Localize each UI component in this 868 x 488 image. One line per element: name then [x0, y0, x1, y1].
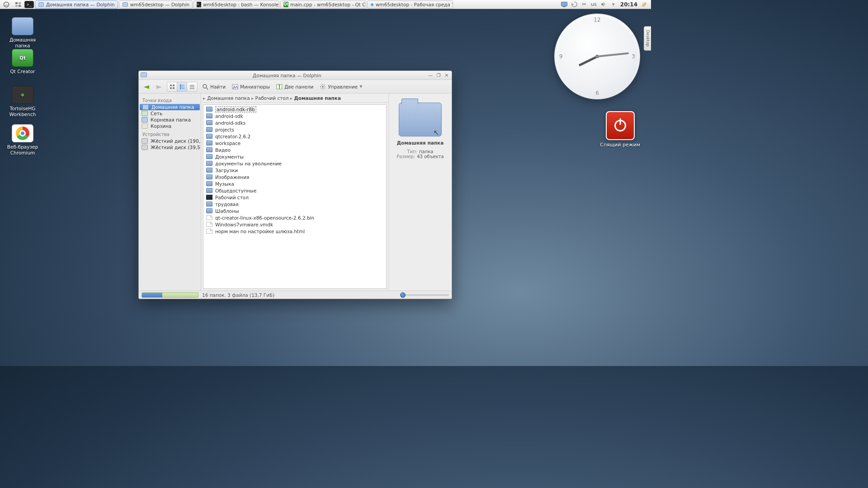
file-icon	[206, 215, 212, 220]
file-row[interactable]: workspace	[204, 140, 385, 146]
disk-icon	[142, 145, 148, 150]
titlebar[interactable]: Домашняя папка — Dolphin — ❐ ✕	[139, 71, 452, 80]
folder-icon	[206, 141, 212, 145]
breadcrumb-segment[interactable]: Домашняя папка	[207, 95, 250, 101]
task-label: main.cpp - wm65desktop - Qt Creator	[290, 2, 366, 7]
places-header: Точки входа	[139, 95, 201, 104]
breadcrumb-segment[interactable]: Домашняя папка	[294, 95, 341, 101]
svg-rect-10	[173, 87, 175, 89]
minimize-button[interactable]: —	[427, 72, 434, 79]
devices-header: Устройства	[139, 129, 201, 138]
file-row[interactable]: android-sdks	[204, 119, 385, 126]
file-row[interactable]: Документы	[204, 153, 385, 160]
suspend-widget[interactable]: Спящий режим	[600, 111, 640, 148]
top-panel: >_ Домашняя папка — Dolphinwm65desktop —…	[0, 0, 651, 9]
konsole-launcher[interactable]: >_	[24, 1, 34, 8]
sidebar-item[interactable]: Жёсткий диск (39,5 ГиБ)	[139, 144, 201, 150]
tray-chevron-icon[interactable]: ▾	[610, 1, 617, 8]
zoom-slider[interactable]	[400, 294, 449, 296]
desktop-icon-chrome[interactable]: Веб-браузер Chromium	[5, 124, 41, 155]
breadcrumb-segment[interactable]: Рабочий стол	[255, 95, 289, 101]
file-row[interactable]: Шаблоны	[204, 207, 385, 214]
sidebar-item[interactable]: Домашняя папка	[140, 104, 200, 110]
file-row[interactable]: Загрузки	[204, 167, 385, 174]
klipper-icon[interactable]: ✂	[581, 1, 587, 8]
cashew-icon[interactable]	[641, 1, 647, 8]
file-row[interactable]: Рабочий стол	[204, 194, 385, 201]
app-launcher[interactable]	[1, 1, 12, 8]
panel-clock[interactable]: 20:14	[620, 1, 637, 8]
svg-text:+: +	[278, 84, 281, 88]
minute-hand	[597, 52, 629, 57]
sidebar-item[interactable]: Сеть	[139, 110, 201, 117]
info-size-value: 43 объекта	[417, 154, 443, 159]
file-row[interactable]: Общедоступные	[204, 187, 385, 194]
desktop-icon-folder[interactable]: Домашняя папка	[5, 17, 41, 48]
file-name: Музыка	[215, 181, 234, 187]
view-compact[interactable]	[177, 82, 187, 91]
folder-icon	[206, 154, 212, 159]
clock-12: 12	[594, 17, 600, 23]
file-row[interactable]: Изображения	[204, 174, 385, 180]
folder-icon	[206, 202, 212, 206]
maximize-button[interactable]: ❐	[435, 72, 442, 79]
desktop-icon-label: Домашняя папка	[5, 37, 41, 48]
toolbar: ◄ ► Найти Миниатюры + Две панели Управле…	[139, 80, 452, 94]
sidebar-item[interactable]: Жёсткий диск (190,3 ГиБ)	[139, 138, 201, 144]
back-button[interactable]: ◄	[142, 82, 151, 92]
desktop-pager-tab[interactable]: Desktop	[644, 26, 651, 51]
sidebar-item[interactable]: Корневая папка	[139, 117, 201, 123]
thg-icon: ◆	[370, 1, 374, 8]
file-row[interactable]: норм ман по настройке шлюза.html	[204, 228, 385, 235]
file-row[interactable]: Windows7vmware.vmdk	[204, 221, 385, 228]
folder-icon	[206, 107, 212, 112]
forward-button[interactable]: ►	[154, 82, 164, 92]
file-row[interactable]: документы на увольнение	[204, 160, 385, 167]
clock-3: 3	[632, 53, 635, 60]
update-icon[interactable]	[571, 1, 577, 8]
breadcrumb-root-icon[interactable]: ▸	[203, 95, 205, 101]
trash-icon	[142, 123, 148, 129]
file-row[interactable]: qtcreator-2.6.2	[204, 133, 385, 140]
split-icon: +	[276, 84, 283, 90]
file-list[interactable]: android-ndk-r8bandroid-sdkandroid-sdkspr…	[203, 104, 387, 289]
preview-button[interactable]: Миниатюры	[230, 82, 272, 92]
file-row[interactable]: qt-creator-linux-x86-opensource-2.6.2.bi…	[204, 214, 385, 221]
file-name: документы на увольнение	[215, 161, 282, 166]
folder-icon	[206, 161, 212, 166]
search-icon	[202, 84, 208, 90]
file-name: qt-creator-linux-x86-opensource-2.6.2.bi…	[215, 215, 314, 221]
clock-widget: 12 3 6 9	[554, 14, 640, 99]
keyboard-layout[interactable]: us	[591, 1, 597, 7]
breadcrumb-separator-icon: ▸	[250, 95, 255, 101]
svg-line-35	[321, 88, 321, 88]
file-row[interactable]: projects	[204, 126, 385, 133]
close-button[interactable]: ✕	[443, 72, 450, 79]
file-row[interactable]: android-sdk	[204, 113, 385, 119]
display-icon[interactable]	[561, 1, 567, 8]
activity-button[interactable]	[13, 1, 24, 8]
task-entry[interactable]: Qtmain.cpp - wm65desktop - Qt Creator	[280, 0, 366, 9]
view-icons[interactable]	[167, 82, 177, 91]
view-details[interactable]	[187, 82, 197, 91]
preview-label: Миниатюры	[240, 84, 270, 89]
task-entry[interactable]: wm65desktop — Dolphin	[119, 0, 193, 9]
sidebar-item[interactable]: Корзина	[139, 123, 201, 129]
volume-icon[interactable]	[600, 1, 607, 8]
task-entry[interactable]: Домашняя папка — Dolphin	[35, 0, 118, 9]
control-button[interactable]: Управление ▼	[318, 82, 364, 92]
file-row[interactable]: Музыка	[204, 180, 385, 187]
find-button[interactable]: Найти	[200, 82, 227, 92]
svg-line-32	[321, 84, 321, 85]
file-row[interactable]: android-ndk-r8b	[204, 106, 385, 113]
file-row[interactable]: Видео	[204, 146, 385, 153]
task-entry[interactable]: >_wm65desktop : bash — Konsole	[193, 0, 279, 9]
desktop-icon-thg[interactable]: ❖TortoiseHG Workbench	[5, 86, 41, 117]
file-row[interactable]: трудовая	[204, 201, 385, 207]
svg-rect-2	[19, 2, 21, 4]
task-entry[interactable]: ◆wm65desktop - Рабочая среда Tort…	[367, 0, 453, 9]
status-bar: 16 папок. 3 файла (13,7 ГиБ)	[139, 291, 452, 299]
file-name: Видео	[215, 147, 231, 153]
desktop-icon-qt[interactable]: QtQt Creator	[5, 49, 41, 75]
split-button[interactable]: + Две панели	[274, 82, 315, 92]
